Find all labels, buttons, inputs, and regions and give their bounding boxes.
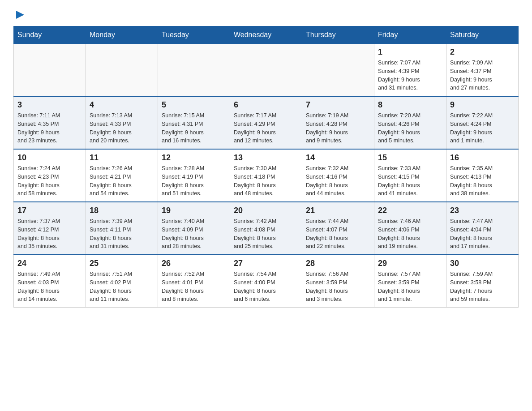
day-info: Sunrise: 7:24 AM Sunset: 4:23 PM Dayligh… [17,164,82,198]
calendar-day-10: 10Sunrise: 7:24 AM Sunset: 4:23 PM Dayli… [14,149,86,202]
day-info: Sunrise: 7:47 AM Sunset: 4:04 PM Dayligh… [450,217,515,251]
day-info: Sunrise: 7:20 AM Sunset: 4:26 PM Dayligh… [378,111,442,145]
weekday-header-thursday: Thursday [302,26,374,44]
day-number: 27 [234,259,298,268]
day-number: 17 [17,206,82,215]
calendar-row: 1Sunrise: 7:07 AM Sunset: 4:39 PM Daylig… [14,44,519,97]
calendar-day-2: 2Sunrise: 7:09 AM Sunset: 4:37 PM Daylig… [446,44,519,97]
calendar-day-9: 9Sunrise: 7:22 AM Sunset: 4:24 PM Daylig… [446,96,519,149]
calendar-day-30: 30Sunrise: 7:59 AM Sunset: 3:58 PM Dayli… [446,255,519,308]
calendar-day-20: 20Sunrise: 7:42 AM Sunset: 4:08 PM Dayli… [230,202,302,255]
calendar-day-8: 8Sunrise: 7:20 AM Sunset: 4:26 PM Daylig… [374,96,446,149]
calendar-row: 3Sunrise: 7:11 AM Sunset: 4:35 PM Daylig… [14,96,519,149]
weekday-header-friday: Friday [374,26,446,44]
day-number: 23 [450,206,515,215]
day-info: Sunrise: 7:39 AM Sunset: 4:11 PM Dayligh… [90,217,154,251]
day-number: 21 [306,206,370,215]
day-number: 22 [378,206,442,215]
weekday-header-wednesday: Wednesday [230,26,302,44]
logo [13,9,25,21]
day-info: Sunrise: 7:11 AM Sunset: 4:35 PM Dayligh… [17,111,82,145]
day-number: 1 [378,47,442,57]
day-number: 19 [162,206,226,215]
calendar-day-27: 27Sunrise: 7:54 AM Sunset: 4:00 PM Dayli… [230,255,302,308]
calendar-row: 10Sunrise: 7:24 AM Sunset: 4:23 PM Dayli… [14,149,519,202]
day-info: Sunrise: 7:22 AM Sunset: 4:24 PM Dayligh… [450,111,515,145]
day-info: Sunrise: 7:30 AM Sunset: 4:18 PM Dayligh… [234,164,298,198]
day-number: 24 [17,259,82,268]
day-info: Sunrise: 7:26 AM Sunset: 4:21 PM Dayligh… [90,164,154,198]
day-number: 29 [378,259,442,268]
day-info: Sunrise: 7:54 AM Sunset: 4:00 PM Dayligh… [234,270,298,304]
calendar-header-row: SundayMondayTuesdayWednesdayThursdayFrid… [14,26,519,44]
calendar-day-13: 13Sunrise: 7:30 AM Sunset: 4:18 PM Dayli… [230,149,302,202]
day-info: Sunrise: 7:37 AM Sunset: 4:12 PM Dayligh… [17,217,82,251]
calendar-day-19: 19Sunrise: 7:40 AM Sunset: 4:09 PM Dayli… [158,202,230,255]
calendar-day-4: 4Sunrise: 7:13 AM Sunset: 4:33 PM Daylig… [86,96,158,149]
calendar-day-17: 17Sunrise: 7:37 AM Sunset: 4:12 PM Dayli… [14,202,86,255]
day-number: 3 [17,100,82,110]
calendar-day-29: 29Sunrise: 7:57 AM Sunset: 3:59 PM Dayli… [374,255,446,308]
weekday-header-tuesday: Tuesday [158,26,230,44]
day-number: 8 [378,100,442,110]
day-info: Sunrise: 7:07 AM Sunset: 4:39 PM Dayligh… [378,59,442,92]
day-info: Sunrise: 7:17 AM Sunset: 4:29 PM Dayligh… [234,111,298,145]
day-number: 13 [234,153,298,163]
calendar-day-16: 16Sunrise: 7:35 AM Sunset: 4:13 PM Dayli… [446,149,519,202]
calendar-day-26: 26Sunrise: 7:52 AM Sunset: 4:01 PM Dayli… [158,255,230,308]
day-info: Sunrise: 7:49 AM Sunset: 4:03 PM Dayligh… [17,270,82,304]
calendar-day-11: 11Sunrise: 7:26 AM Sunset: 4:21 PM Dayli… [86,149,158,202]
calendar-day-1: 1Sunrise: 7:07 AM Sunset: 4:39 PM Daylig… [374,44,446,97]
day-number: 14 [306,153,370,163]
day-info: Sunrise: 7:44 AM Sunset: 4:07 PM Dayligh… [306,217,370,251]
calendar-day-21: 21Sunrise: 7:44 AM Sunset: 4:07 PM Dayli… [302,202,374,255]
calendar-day-5: 5Sunrise: 7:15 AM Sunset: 4:31 PM Daylig… [158,96,230,149]
day-info: Sunrise: 7:40 AM Sunset: 4:09 PM Dayligh… [162,217,226,251]
day-number: 25 [90,259,154,268]
day-info: Sunrise: 7:42 AM Sunset: 4:08 PM Dayligh… [234,217,298,251]
calendar-day-7: 7Sunrise: 7:19 AM Sunset: 4:28 PM Daylig… [302,96,374,149]
day-info: Sunrise: 7:46 AM Sunset: 4:06 PM Dayligh… [378,217,442,251]
day-info: Sunrise: 7:32 AM Sunset: 4:16 PM Dayligh… [306,164,370,198]
logo-arrow-icon [15,10,25,20]
calendar-empty-cell [302,44,374,97]
day-info: Sunrise: 7:59 AM Sunset: 3:58 PM Dayligh… [450,270,515,304]
calendar-row: 17Sunrise: 7:37 AM Sunset: 4:12 PM Dayli… [14,202,519,255]
calendar-day-12: 12Sunrise: 7:28 AM Sunset: 4:19 PM Dayli… [158,149,230,202]
day-number: 15 [378,153,442,163]
calendar-day-22: 22Sunrise: 7:46 AM Sunset: 4:06 PM Dayli… [374,202,446,255]
calendar-table: SundayMondayTuesdayWednesdayThursdayFrid… [13,26,519,308]
day-number: 12 [162,153,226,163]
calendar-day-24: 24Sunrise: 7:49 AM Sunset: 4:03 PM Dayli… [14,255,86,308]
day-info: Sunrise: 7:19 AM Sunset: 4:28 PM Dayligh… [306,111,370,145]
weekday-header-monday: Monday [86,26,158,44]
calendar-empty-cell [158,44,230,97]
day-number: 16 [450,153,515,163]
day-number: 20 [234,206,298,215]
day-number: 18 [90,206,154,215]
day-number: 9 [450,100,515,110]
day-info: Sunrise: 7:09 AM Sunset: 4:37 PM Dayligh… [450,59,515,92]
calendar-day-23: 23Sunrise: 7:47 AM Sunset: 4:04 PM Dayli… [446,202,519,255]
calendar-day-18: 18Sunrise: 7:39 AM Sunset: 4:11 PM Dayli… [86,202,158,255]
calendar-day-3: 3Sunrise: 7:11 AM Sunset: 4:35 PM Daylig… [14,96,86,149]
day-info: Sunrise: 7:35 AM Sunset: 4:13 PM Dayligh… [450,164,515,198]
day-number: 11 [90,153,154,163]
calendar-day-14: 14Sunrise: 7:32 AM Sunset: 4:16 PM Dayli… [302,149,374,202]
calendar-day-25: 25Sunrise: 7:51 AM Sunset: 4:02 PM Dayli… [86,255,158,308]
calendar-empty-cell [86,44,158,97]
calendar-day-28: 28Sunrise: 7:56 AM Sunset: 3:59 PM Dayli… [302,255,374,308]
calendar-row: 24Sunrise: 7:49 AM Sunset: 4:03 PM Dayli… [14,255,519,308]
day-info: Sunrise: 7:33 AM Sunset: 4:15 PM Dayligh… [378,164,442,198]
day-number: 5 [162,100,226,110]
day-info: Sunrise: 7:52 AM Sunset: 4:01 PM Dayligh… [162,270,226,304]
weekday-header-sunday: Sunday [14,26,86,44]
day-number: 28 [306,259,370,268]
day-info: Sunrise: 7:57 AM Sunset: 3:59 PM Dayligh… [378,270,442,304]
calendar-day-6: 6Sunrise: 7:17 AM Sunset: 4:29 PM Daylig… [230,96,302,149]
day-info: Sunrise: 7:13 AM Sunset: 4:33 PM Dayligh… [90,111,154,145]
day-number: 2 [450,47,515,57]
weekday-header-saturday: Saturday [446,26,519,44]
svg-marker-0 [16,11,24,19]
day-number: 6 [234,100,298,110]
